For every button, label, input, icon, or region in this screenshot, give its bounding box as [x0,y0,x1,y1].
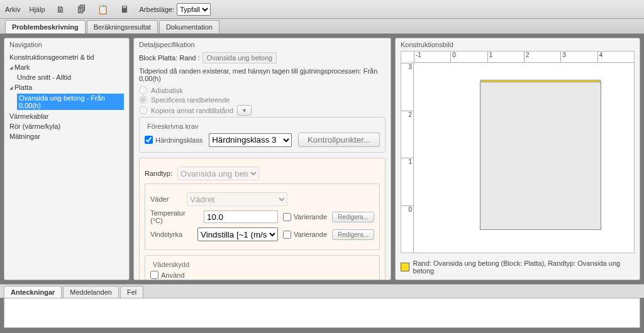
hardningsklass-label: Härdningsklass [155,136,203,144]
block-readonly: Ovansida ung betong [203,52,277,63]
hardningsklass-select[interactable]: Härdningsklass 3 [209,133,292,147]
navigation-tree: Konstruktionsgeometri & tid Mark Undre s… [4,51,129,280]
temp-varierande-check[interactable] [283,213,291,221]
ruler-left: 0 1 2 3 [401,63,414,253]
temp-label: Temperatur (°C) [150,209,199,224]
anvand-check[interactable] [150,271,158,279]
radio-kopiera [139,106,147,114]
nav-matningar[interactable]: Mätningar [9,131,124,141]
btab-anteckningar[interactable]: Anteckningar [4,286,62,298]
tab-resultat[interactable]: Beräkningsresultat [87,20,158,33]
vind-redigera-button: Redigera... [332,229,374,240]
sketch-title: Konstruktionsbild [396,38,640,51]
detail-panel: Detaljspecifikation Block Platta: Rand :… [133,38,391,280]
vind-label: Vindstyrka [150,231,192,238]
ruler-tick: 3 [560,52,597,62]
main-tabstrip: Problembeskrivning Beräkningsresultat Do… [0,19,644,34]
menubar: Arkiv Hjälp 🗎 🗐 📋 🖩 Arbetsläge: Typfall [0,0,644,19]
slab-shape [480,82,601,230]
nav-geometri[interactable]: Konstruktionsgeometri & tid [9,52,124,62]
vader-label: Väder [150,195,182,203]
radio-kopiera-label: Kopiera annat randtillstånd [151,107,233,114]
radio-specificera-label: Specificera randbeteende [151,96,230,104]
kontrollpunkter-button[interactable]: Kontrollpunkter... [298,133,380,147]
vader-select: Vädret [187,192,287,206]
new-doc-icon[interactable]: 🗎 [54,3,67,16]
vind-varierande-label: Varierande [294,231,327,238]
period-text: Tidperiod då randen existerar, med hänsy… [139,67,386,82]
ruler-tick: 2 [524,52,560,62]
radio-specificera [139,96,147,104]
slab-top-surface [480,80,601,82]
btab-meddelanden[interactable]: Meddelanden [63,286,119,298]
ruler-tick: 1 [487,52,524,62]
block-label: Block Platta: Rand : [139,54,200,62]
btab-fel[interactable]: Fel [120,286,143,298]
ruler-tick: -1 [414,52,450,62]
randtyp-label: Randtyp: [145,170,172,177]
notes-panel[interactable] [4,298,640,328]
ruler-tick: 0 [450,52,487,62]
vaderskydd-legend: Väderskydd [150,261,192,268]
temp-input[interactable] [204,210,278,223]
workmode-label: Arbetsläge: [140,6,175,13]
radio-adiabatisk-label: Adiabatisk [151,87,183,94]
nav-mark-undre[interactable]: Undre snitt - Alltid [9,72,124,82]
detail-title: Detaljspecifikation [134,38,391,51]
nav-platta-ovansida[interactable]: Ovansida ung betong - Från 0,00(h) [9,92,124,111]
temp-redigera-button[interactable]: Redigera... [332,212,374,222]
randtyp-select: Ovansida ung betong [177,166,259,180]
vind-select[interactable]: Vindstilla [~1 (m/s [197,227,278,241]
menu-arkiv[interactable]: Arkiv [5,6,20,13]
sketch-area: -1 0 1 2 3 4 0 1 2 3 [401,51,635,253]
workmode-select[interactable]: Typfall [177,3,211,16]
legend-text: Rand: Ovansida ung betong (Block: Platta… [413,259,635,275]
radio-adiabatisk [139,86,147,94]
anvand-label: Använd [161,271,184,279]
nav-platta[interactable]: Platta [9,82,124,92]
workarea: Navigation Konstruktionsgeometri & tid M… [0,34,644,284]
temp-varierande-label: Varierande [294,213,327,221]
tab-dokumentation[interactable]: Dokumentation [159,20,219,33]
sketch-panel: Konstruktionsbild -1 0 1 2 3 4 0 1 2 3 [395,38,640,280]
ruler-tick: 1 [401,158,413,205]
krav-legend: Föreskrivna krav [145,123,201,130]
ruler-tick: 2 [401,111,413,158]
ruler-tick: 0 [401,205,413,253]
paste-doc-icon[interactable]: 📋 [97,3,109,16]
ruler-tick: 3 [401,63,413,111]
kopiera-dropdown[interactable]: ▾ [237,105,252,116]
nav-mark[interactable]: Mark [9,62,124,72]
copy-doc-icon[interactable]: 🗐 [75,3,88,16]
navigation-panel: Navigation Konstruktionsgeometri & tid M… [4,38,130,280]
legend-swatch [401,263,409,271]
tab-problem[interactable]: Problembeskrivning [5,20,86,33]
nav-ror[interactable]: Rör (värme/kyla) [9,121,124,131]
hardningsklass-check[interactable] [145,136,153,144]
nav-varmekablar[interactable]: Värmekablar [9,111,124,121]
menu-hjalp[interactable]: Hjälp [29,6,45,13]
navigation-title: Navigation [4,38,129,51]
sketch-canvas [414,63,634,253]
vind-varierande-check[interactable] [283,231,291,239]
ruler-tick: 4 [597,52,634,62]
bottom-tabstrip: Anteckningar Meddelanden Fel [0,284,644,298]
ruler-top: -1 0 1 2 3 4 [414,52,634,63]
calculator-icon[interactable]: 🖩 [118,3,131,16]
sketch-legend: Rand: Ovansida ung betong (Block: Platta… [401,259,635,275]
